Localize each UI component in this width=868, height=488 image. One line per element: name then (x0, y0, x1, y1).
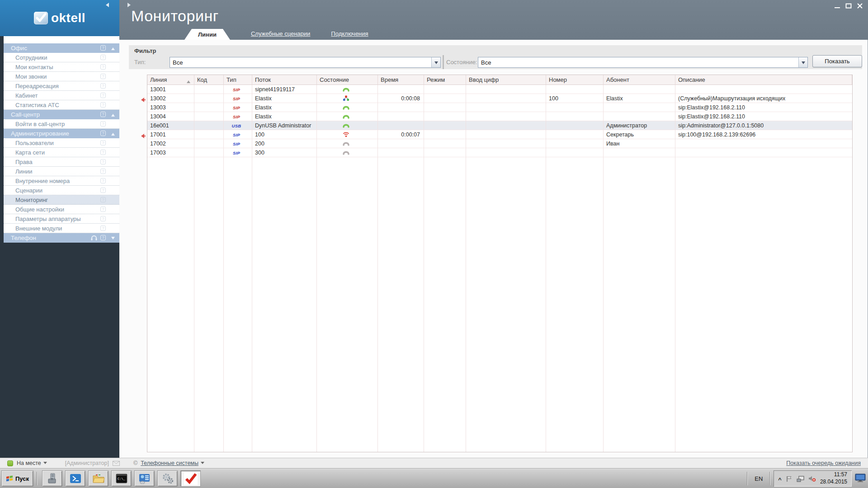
hidden-icons-chevron-icon[interactable]: ^ (778, 478, 782, 482)
close-button[interactable] (856, 2, 863, 9)
sidebar-item[interactable]: Внутренние номера? (4, 176, 119, 186)
help-icon[interactable]: ? (100, 93, 106, 98)
table-row-line-13002[interactable]: 13002SIPElastix0:00:08100Elastix(Служебн… (147, 94, 852, 103)
show-wait-queue-link[interactable]: Показать очередь ожидания (786, 460, 861, 466)
table-row-line-17002[interactable]: 17002SIP200Иван (147, 139, 852, 148)
table-row-line-13001[interactable]: 13001SIPsipnet41919117 (147, 85, 852, 94)
help-icon[interactable]: ? (100, 140, 106, 145)
taskbar-button-server-manager[interactable] (42, 470, 62, 487)
column-header-type[interactable]: Тип (224, 75, 252, 85)
sidebar-item[interactable]: Кабинет? (4, 91, 119, 100)
help-icon[interactable]: ? (100, 216, 106, 221)
column-header-number[interactable]: Номер (546, 75, 604, 85)
table-row-line-16e001[interactable]: 16e001USBDynUSB AdministratorАдминистрат… (147, 121, 852, 130)
column-header-time[interactable]: Время (378, 75, 424, 85)
help-icon[interactable]: ? (100, 206, 106, 212)
taskbar-button-file-explorer[interactable] (88, 470, 108, 487)
column-header-state[interactable]: Состояние (317, 75, 378, 85)
help-icon[interactable]: ? (100, 112, 106, 117)
help-icon[interactable]: ? (100, 169, 106, 174)
table-row-line-13004[interactable]: 13004SIPElastixsip:Elastix@192.168.2.110 (147, 112, 852, 121)
sidebar-item[interactable]: Статистика АТС? (4, 100, 119, 110)
chevron-up-icon[interactable] (111, 46, 115, 50)
sidebar-item[interactable]: Права? (4, 157, 119, 167)
help-icon[interactable]: ? (100, 131, 106, 136)
taskbar-button-powershell[interactable] (65, 470, 85, 487)
sidebar-item[interactable]: Сценарии? (4, 186, 119, 195)
sidebar-item[interactable]: Общие настройки? (4, 205, 119, 214)
help-icon[interactable]: ? (100, 178, 106, 183)
type-filter-select[interactable]: Все (170, 57, 441, 68)
tab-lines[interactable]: Линии (184, 29, 230, 40)
help-icon[interactable]: ? (100, 83, 106, 89)
taskbar-button-command-prompt[interactable]: C:\_ (111, 470, 132, 487)
chevron-up-icon[interactable] (111, 112, 115, 117)
table-row-line-17003[interactable]: 17003SIP300 (147, 148, 852, 157)
sidebar-section-call-center[interactable]: Call-центр? (4, 110, 119, 119)
help-icon[interactable]: ? (100, 64, 106, 70)
start-button[interactable]: Пуск (1, 470, 33, 487)
sidebar-item[interactable]: Линии? (4, 167, 119, 176)
sidebar-item[interactable]: Параметры аппаратуры? (4, 214, 119, 224)
taskbar-button-services-gears[interactable] (157, 470, 178, 487)
sidebar-item[interactable]: Мониторинг? (4, 195, 119, 205)
column-header-stream[interactable]: Поток (252, 75, 317, 85)
envelope-icon[interactable] (113, 461, 120, 466)
chevron-down-icon[interactable] (111, 237, 115, 241)
column-header-subscriber[interactable]: Абонент (604, 75, 675, 85)
presence-led-icon[interactable] (7, 460, 13, 466)
sidebar-section-phone[interactable]: Телефон? (4, 233, 119, 243)
tab-service-scenarios[interactable]: Служебные сценарии (251, 30, 310, 37)
sidebar-item[interactable]: Внешние модули? (4, 224, 119, 233)
column-header-line[interactable]: Линия (147, 75, 194, 85)
volume-muted-icon[interactable] (808, 475, 816, 482)
table-row-line-13003[interactable]: 13003SIPElastixsip:Elastix@192.168.2.110 (147, 103, 852, 112)
chevron-down-icon[interactable] (201, 462, 204, 466)
sidebar-item[interactable]: Карта сети? (4, 148, 119, 157)
collapse-sidebar-icon[interactable] (104, 3, 109, 7)
sidebar-item[interactable]: Мои звонки? (4, 72, 119, 81)
column-header-code[interactable]: Код (194, 75, 224, 85)
company-link[interactable]: Телефонные системы (141, 460, 198, 466)
clock[interactable]: 11:57 28.04.2015 (820, 471, 847, 485)
sidebar-section-administration[interactable]: Администрирование? (4, 129, 119, 138)
show-button[interactable]: Показать (812, 55, 862, 67)
help-icon[interactable]: ? (100, 159, 106, 164)
help-icon[interactable]: ? (100, 197, 106, 202)
language-indicator[interactable]: EN (755, 475, 763, 482)
column-header-description[interactable]: Описание (675, 75, 852, 85)
tab-connections[interactable]: Подключения (331, 30, 368, 37)
help-icon[interactable]: ? (100, 150, 106, 155)
presence-selector[interactable]: На месте (17, 460, 47, 466)
chevron-down-icon[interactable] (431, 57, 440, 67)
state-filter-select[interactable]: Все (478, 57, 808, 68)
help-icon[interactable]: ? (100, 235, 106, 240)
help-icon[interactable]: ? (100, 188, 106, 193)
chevron-up-icon[interactable] (111, 131, 115, 136)
help-icon[interactable]: ? (100, 74, 106, 79)
help-icon[interactable]: ? (100, 121, 106, 127)
table-row-line-17001[interactable]: 17001SIP1000:00:07Секретарьsip:100@192.1… (147, 130, 852, 139)
sidebar-item[interactable]: Переадресация? (4, 81, 119, 91)
column-header-digits[interactable]: Ввод цифр (466, 75, 546, 85)
show-desktop-icon[interactable] (855, 474, 866, 484)
taskbar-button-control-panel[interactable] (134, 470, 155, 487)
expand-panel-icon[interactable] (127, 3, 133, 7)
sidebar-item[interactable]: Пользователи? (4, 138, 119, 148)
cell-code (194, 130, 224, 139)
chevron-down-icon[interactable] (798, 57, 807, 67)
column-header-mode[interactable]: Режим (424, 75, 466, 85)
minimize-button[interactable] (834, 2, 841, 9)
help-icon[interactable]: ? (100, 102, 106, 108)
sidebar-section-office[interactable]: Офис? (4, 43, 119, 53)
help-icon[interactable]: ? (100, 55, 106, 60)
sidebar-item[interactable]: Сотрудники? (4, 53, 119, 62)
help-icon[interactable]: ? (100, 45, 106, 51)
network-icon[interactable] (797, 475, 804, 482)
action-flag-icon[interactable] (786, 475, 793, 482)
sidebar-item[interactable]: Мои контакты? (4, 62, 119, 72)
maximize-button[interactable] (845, 2, 852, 9)
sidebar-item[interactable]: Войти в call-центр? (4, 119, 119, 129)
help-icon[interactable]: ? (100, 225, 106, 231)
taskbar-button-oktell[interactable] (180, 470, 201, 487)
